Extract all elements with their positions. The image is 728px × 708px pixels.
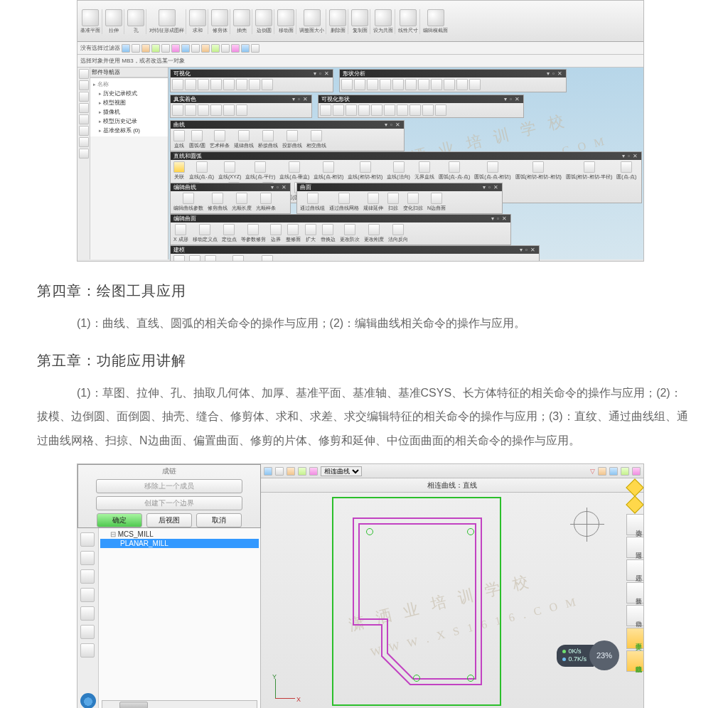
- panel-tool-icon[interactable]: [191, 130, 203, 141]
- side-tab[interactable]: 突选: [626, 514, 643, 535]
- panel-tool-icon[interactable]: [311, 130, 322, 141]
- sidebar-icon[interactable]: [79, 69, 89, 79]
- panel-icon[interactable]: [236, 104, 247, 116]
- panel-tool[interactable]: 孔: [203, 255, 218, 262]
- panel-controls[interactable]: ▾ ▫ ✕: [292, 95, 309, 103]
- panel-icon[interactable]: [172, 79, 183, 90]
- chain-dialog[interactable]: 成链 移除上一个成员 创建下一个边界 确定 后视图 取消: [77, 464, 261, 528]
- topbar-icon[interactable]: [287, 467, 295, 476]
- ribbon-group[interactable]: 调整面大小: [298, 9, 326, 34]
- panel-icon[interactable]: [320, 104, 331, 116]
- nav-icon[interactable]: [80, 588, 95, 602]
- create-next-button[interactable]: 创建下一个边界: [96, 496, 242, 510]
- panel-tool[interactable]: 桥接曲线: [257, 130, 279, 149]
- panel-tool[interactable]: 关联: [172, 161, 186, 181]
- panel-tool-icon[interactable]: [431, 193, 442, 204]
- ribbon-icon[interactable]: [277, 9, 294, 26]
- panel-tool[interactable]: 无界直线: [413, 161, 436, 181]
- panel-modeling[interactable]: 建模▾ ▫ ✕ 草图拉伸孔对特征形成图样修剪体: [170, 245, 540, 262]
- toolbar-icon[interactable]: [181, 44, 190, 53]
- panel-tool-icon[interactable]: [392, 224, 404, 235]
- panel-tool-icon[interactable]: [387, 193, 399, 204]
- panel-icon[interactable]: [418, 79, 429, 90]
- panel-icon[interactable]: [210, 104, 222, 116]
- panel-vis-shape[interactable]: 可视化形状▾ ▫ ✕: [318, 95, 524, 118]
- ribbon-group[interactable]: 边倒圆: [254, 9, 274, 34]
- panel-controls[interactable]: ▾ ▫ ✕: [547, 70, 563, 77]
- panel-tool[interactable]: 替换边: [319, 224, 337, 243]
- ribbon-group[interactable]: 复制面: [350, 9, 370, 34]
- panel-tool[interactable]: 直线(点-相切): [312, 161, 345, 181]
- nav-icon[interactable]: [80, 551, 95, 565]
- panel-icon[interactable]: [422, 104, 434, 116]
- panel-controls[interactable]: ▾ ▫ ✕: [504, 95, 520, 103]
- panel-tool-icon[interactable]: [173, 255, 185, 262]
- panel-tool-icon[interactable]: [368, 224, 380, 235]
- panel-tool[interactable]: 修剪曲线: [206, 193, 229, 212]
- tree-row[interactable]: 模型视图: [92, 98, 166, 107]
- toolbar-icon[interactable]: [191, 44, 200, 53]
- side-tab[interactable]: 替换: [626, 582, 643, 604]
- panel-tool-icon[interactable]: [621, 161, 632, 173]
- panel-icon[interactable]: [397, 104, 408, 116]
- panel-tool[interactable]: 艺术样条: [208, 130, 231, 149]
- panel-tool[interactable]: 修剪体: [258, 255, 276, 262]
- nav-icon[interactable]: [80, 532, 95, 547]
- panel-tool[interactable]: 直线(法向): [385, 161, 412, 181]
- panel-tool-icon[interactable]: [584, 161, 595, 173]
- network-icon[interactable]: [80, 693, 96, 708]
- toolbar-icon[interactable]: [241, 44, 250, 53]
- panel-tool-icon[interactable]: [287, 224, 299, 235]
- side-tab[interactable]: 中文界面: [626, 628, 643, 649]
- sidebar-icon[interactable]: [79, 80, 89, 90]
- ribbon-group[interactable]: 拉伸: [104, 9, 124, 34]
- toolbar-icon[interactable]: [231, 44, 240, 53]
- panel-icon[interactable]: [431, 79, 442, 90]
- ribbon-group[interactable]: 抽壳: [232, 9, 252, 34]
- ribbon-icon[interactable]: [105, 9, 122, 26]
- panel-controls[interactable]: ▾ ▫ ✕: [491, 215, 508, 222]
- panel-tool[interactable]: 光顺样条: [255, 193, 277, 212]
- ribbon-icon[interactable]: [400, 9, 417, 26]
- side-tab[interactable]: 隐藏线自动线: [626, 650, 643, 672]
- panel-tool-icon[interactable]: [214, 130, 225, 141]
- panel-controls[interactable]: ▾ ▫ ✕: [622, 152, 638, 160]
- topbar-icon[interactable]: [609, 467, 618, 476]
- panel-icon[interactable]: [198, 104, 209, 116]
- cancel-button[interactable]: 取消: [196, 513, 242, 527]
- panel-controls[interactable]: ▾ ▫ ✕: [271, 183, 287, 191]
- warning-icon[interactable]: [626, 496, 643, 514]
- panel-edit-curve[interactable]: 编辑曲线▾ ▫ ✕ 编辑曲线参数修剪曲线光顺长度光顺样条: [170, 183, 291, 214]
- panel-tool-icon[interactable]: [189, 255, 200, 262]
- sidebar-icon[interactable]: [79, 149, 89, 159]
- ribbon-icon[interactable]: [82, 9, 99, 26]
- ribbon-group[interactable]: 编辑横截面: [422, 9, 449, 34]
- sidebar-icon[interactable]: [79, 126, 89, 136]
- panel-tool-icon[interactable]: [224, 161, 235, 173]
- nav-icon[interactable]: [80, 569, 95, 584]
- panel-icon[interactable]: [236, 79, 247, 90]
- panel-tool[interactable]: 扩大: [304, 224, 318, 243]
- panel-surface[interactable]: 曲面▾ ▫ ✕ 通过曲线组通过曲线网格规律延伸扫掠变化扫掠N边曲面: [296, 183, 503, 214]
- panel-tool[interactable]: 边界: [269, 224, 283, 243]
- panel-tool-icon[interactable]: [344, 224, 355, 235]
- panel-tool-icon[interactable]: [322, 224, 333, 235]
- panel-tool[interactable]: 直线(点-垂直): [278, 161, 311, 181]
- panel-tool[interactable]: 拉伸: [188, 255, 202, 262]
- operation-navigator[interactable]: MCS_MILL PLANAR_MILL: [77, 528, 261, 708]
- panel-shape-analysis[interactable]: 形状分析▾ ▫ ✕: [339, 69, 567, 92]
- ribbon-icon[interactable]: [127, 9, 144, 26]
- panel-icon[interactable]: [333, 104, 344, 116]
- panel-tool[interactable]: 直线(点-平行): [244, 161, 277, 181]
- panel-icon[interactable]: [367, 79, 378, 90]
- tree-row[interactable]: 摄像机: [92, 107, 166, 117]
- ribbon-icon[interactable]: [211, 9, 228, 26]
- panel-tool[interactable]: 圆(点-点): [615, 161, 638, 181]
- panel-tool[interactable]: 编辑曲线参数: [172, 193, 205, 212]
- ribbon-icon[interactable]: [255, 9, 272, 26]
- panel-tool-icon[interactable]: [260, 193, 272, 204]
- side-tab[interactable]: 还原: [626, 559, 643, 581]
- panel-icon[interactable]: [469, 79, 481, 90]
- panel-tool[interactable]: N边曲面: [426, 193, 447, 212]
- panel-tool-icon[interactable]: [289, 161, 300, 173]
